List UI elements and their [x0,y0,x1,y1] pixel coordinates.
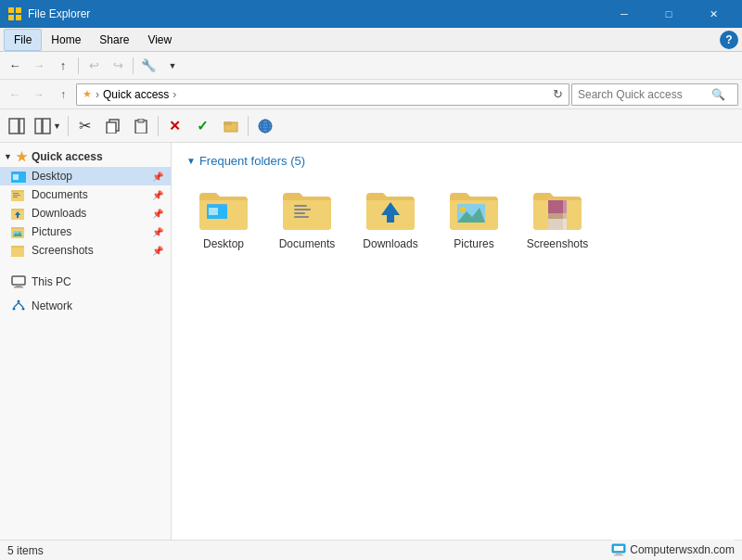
desktop-folder-large-icon [198,187,249,232]
copy-icon [106,119,121,134]
svg-point-39 [18,300,20,303]
folder-item-pictures[interactable]: Pictures [437,179,511,257]
svg-rect-47 [294,205,307,207]
earth-icon [257,118,274,134]
folder-item-desktop[interactable]: Desktop [186,179,261,257]
search-input[interactable] [578,88,708,101]
copy-button[interactable] [100,113,126,139]
nav-forward-button[interactable]: → [28,83,50,106]
folder-item-downloads[interactable]: Downloads [353,179,428,257]
screenshots-folder-large-icon [531,187,583,232]
delete-button[interactable]: ✕ [162,113,188,139]
folder-icon-wrap-documents [279,185,335,234]
preview-pane-button[interactable] [4,113,30,139]
computer-name-icon [611,543,626,556]
computer-name-bar: Computerwsxdn.com [611,540,735,560]
main-area: ▼ ★ Quick access Desktop 📌 [0,143,742,540]
quick-access-toolbar: ← → ↑ ↩ ↪ 🔧 ▼ [0,52,742,80]
pin-icon-desktop: 📌 [152,172,163,182]
section-header-frequent[interactable]: ▼ Frequent folders (5) [186,154,727,168]
refresh-button[interactable]: ↻ [553,87,563,101]
sidebar-network-label: Network [32,299,163,312]
search-icon: 🔍 [711,88,725,101]
section-header-label: Frequent folders (5) [199,154,305,168]
address-bar[interactable]: ★ › Quick access › ↻ [76,83,569,106]
content-toolbar: ▼ ✂ ✕ ✓ [0,109,742,143]
network-icon [11,299,26,312]
properties-toolbar-button[interactable] [252,113,278,139]
folder-icon-wrap-screenshots [530,185,585,234]
sidebar-item-pictures[interactable]: Pictures 📌 [0,223,171,241]
svg-rect-46 [209,208,218,215]
details-pane-icon [34,118,51,134]
address-bar-row: ← → ↑ ★ › Quick access › ↻ 🔍 [0,80,742,109]
sidebar-item-screenshots[interactable]: Screenshots 📌 [0,241,171,260]
close-button[interactable]: ✕ [692,0,735,28]
menu-view[interactable]: View [138,30,181,50]
svg-rect-1 [16,7,21,13]
svg-point-41 [22,308,25,311]
documents-folder-large-icon [281,187,333,232]
forward-button[interactable]: → [28,55,50,77]
pin-icon-pictures: 📌 [152,227,163,237]
svg-rect-50 [294,216,309,218]
sidebar-pictures-label: Pictures [32,225,147,238]
addr-path-separator: › [96,88,99,101]
sidebar-screenshots-label: Screenshots [32,244,147,257]
paste-button[interactable] [128,113,154,139]
folder-grid: Desktop Documents [186,179,727,257]
undo-button[interactable]: ↩ [83,55,105,77]
redo-button[interactable]: ↪ [107,55,129,77]
preview-pane-icon [8,118,25,134]
up-button[interactable]: ↑ [52,55,74,77]
svg-rect-26 [13,197,18,197]
toolbar-dropdown[interactable]: ▼ [161,55,184,77]
desktop-folder-icon [11,170,26,183]
section-collapse-icon: ▼ [186,156,196,166]
maximize-button[interactable]: □ [647,0,690,28]
svg-rect-0 [8,7,14,13]
ct-sep-2 [158,116,159,136]
sidebar-quick-access-section: ▼ ★ Quick access Desktop 📌 [0,146,171,260]
menu-home[interactable]: Home [42,30,90,50]
sidebar-item-documents[interactable]: Documents 📌 [0,185,171,204]
svg-rect-11 [138,119,144,122]
menu-file[interactable]: File [4,29,42,51]
minimize-button[interactable]: ─ [603,0,646,28]
sidebar-quick-access-header[interactable]: ▼ ★ Quick access [0,146,171,167]
window-controls: ─ □ ✕ [603,0,735,28]
svg-rect-3 [16,15,21,20]
search-box[interactable]: 🔍 [571,83,738,106]
svg-rect-35 [11,248,24,257]
svg-rect-5 [19,119,24,134]
menu-share[interactable]: Share [90,30,138,50]
app-icon [7,6,22,21]
back-button[interactable]: ← [4,55,26,77]
sidebar-downloads-label: Downloads [32,207,147,220]
nav-back-button[interactable]: ← [4,83,26,106]
properties-button[interactable]: 🔧 [137,55,160,77]
sidebar-item-desktop[interactable]: Desktop 📌 [0,167,171,185]
nav-up-button[interactable]: ↑ [52,83,74,106]
svg-rect-24 [13,193,19,194]
svg-rect-13 [224,122,231,124]
svg-rect-7 [43,119,50,134]
svg-rect-36 [12,276,25,285]
sidebar-item-downloads[interactable]: Downloads 📌 [0,204,171,223]
help-button[interactable]: ? [720,31,738,49]
quick-access-star-icon: ★ [83,88,92,100]
rename-button[interactable]: ✓ [190,113,216,139]
downloads-folder-large-icon [365,187,416,232]
folder-item-screenshots[interactable]: Screenshots [520,179,595,257]
quick-access-collapse-icon: ▼ [4,152,12,161]
cut-button[interactable]: ✂ [72,113,98,139]
sidebar-item-this-pc[interactable]: This PC [0,273,171,291]
sidebar-item-network[interactable]: Network [0,297,171,315]
details-pane-button[interactable]: ▼ [32,113,64,139]
pictures-folder-large-icon [448,187,500,232]
svg-point-54 [460,207,466,212]
quick-access-star-sidebar: ★ [16,149,28,164]
sidebar-documents-label: Documents [32,188,147,201]
folder-item-documents[interactable]: Documents [270,179,344,257]
new-folder-button[interactable] [218,113,244,139]
